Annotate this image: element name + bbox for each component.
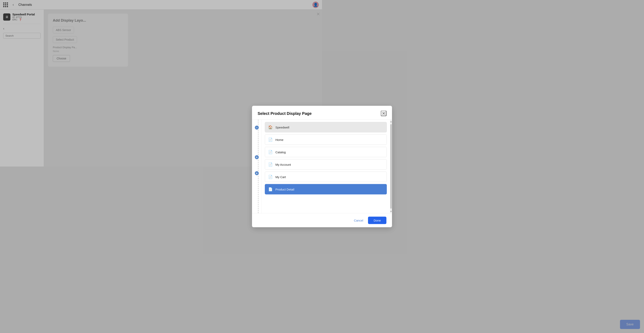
page-name-speedwell: Speedwell	[276, 126, 289, 129]
page-item-speedwell[interactable]: 🏠 Speedwell	[265, 122, 322, 133]
page-icon-home-doc: 📄	[268, 138, 272, 142]
page-item-home[interactable]: 📄 Home	[265, 135, 322, 145]
page-item-my-account[interactable]: 📄 My Account	[265, 159, 322, 167]
page-name-catalog: Catalog	[276, 150, 286, 154]
page-icon-home: 🏠	[268, 125, 272, 130]
page-name-home: Home	[276, 138, 284, 141]
tree-node-1	[252, 133, 262, 149]
modal-header: Select Product Display Page ✕	[252, 106, 322, 120]
modal-title: Select Product Display Page	[258, 111, 312, 116]
page-list: 🏠 Speedwell 📄 Home 📄 Catalog 📄 My Accoun…	[262, 120, 322, 167]
page-icon-catalog: 📄	[268, 150, 272, 154]
tree-collapse-button[interactable]: −	[255, 126, 259, 130]
tree-sidebar: − + +	[252, 120, 262, 167]
page-icon-my-account: 📄	[268, 162, 272, 167]
tree-node-root: −	[252, 122, 262, 133]
tree-node-2: +	[252, 149, 262, 165]
modal-body: − + + 🏠 Speedwell 📄 Home	[252, 120, 322, 167]
page-item-catalog[interactable]: 📄 Catalog	[265, 147, 322, 157]
page-name-my-account: My Account	[276, 163, 291, 166]
tree-node-3: +	[252, 165, 262, 167]
select-page-modal: Select Product Display Page ✕ − + + 🏠	[252, 106, 322, 167]
tree-expand-button-1[interactable]: +	[255, 155, 259, 159]
